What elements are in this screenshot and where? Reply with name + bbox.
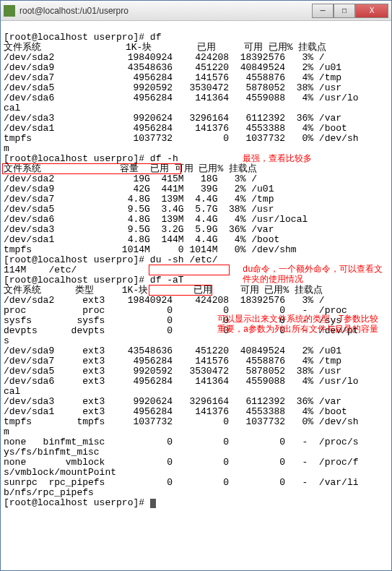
dfaT-row: sunrpc rpc_pipefs 0 0 0 - /var/li: [4, 477, 358, 488]
window-controls: ─ □ X: [312, 4, 388, 18]
df-row: /dev/sda7 4956284 141576 4558876 4% /tmp: [4, 72, 341, 83]
dfaT-row: tmpfs tmpfs 1037732 0 1037732 0% /dev/sh: [4, 416, 358, 427]
prompt: [root@localhost userpro]#: [4, 497, 150, 508]
terminal-output[interactable]: [root@localhost userpro]# df 文件系统 1K-块 已…: [1, 21, 391, 570]
dfh-header: 文件系统 容量 已用 可用 已用% 挂载点: [4, 163, 257, 174]
dfaT-row: ys/fs/binfmt_misc: [4, 447, 100, 458]
prompt: [root@localhost userpro]#: [4, 254, 150, 265]
dfh-row: /dev/sda1 4.8G 144M 4.4G 4% /boot: [4, 234, 279, 245]
annotation-df-aT: 可以显示出来文件系统的类型，T参数比较重要，a参数为列出所有文件与目录的容量: [217, 314, 383, 335]
cmd-df-h: df -h: [150, 153, 178, 164]
dfaT-row: /dev/sda5 ext3 9920592 3530472 5878052 3…: [4, 366, 341, 377]
titlebar[interactable]: root@localhost:/u01/userpro ─ □ X: [1, 1, 391, 21]
df-row: /dev/sda5 9920592 3530472 5878052 38% /u…: [4, 82, 341, 93]
dfaT-row: /dev/sda6 ext3 4956284 141364 4559088 4%…: [4, 376, 358, 387]
window-frame: root@localhost:/u01/userpro ─ □ X [root@…: [0, 0, 392, 571]
dfaT-row: cal: [4, 386, 20, 397]
dfaT-row: m: [4, 426, 9, 437]
dfaT-row: /dev/sda9 ext3 43548636 451220 40849524 …: [4, 345, 341, 356]
cursor: [150, 499, 156, 508]
cmd-du-sh: du -sh /etc/: [150, 254, 218, 265]
dfh-row: tmpfs 1014M 0 1014M 0% /dev/shm: [4, 244, 297, 255]
df-row: /dev/sda1 4956284 141376 4553388 4% /boo…: [4, 123, 347, 134]
dfaT-row: none vmblock 0 0 0 - /proc/f: [4, 457, 358, 468]
dfaT-row: b/nfs/rpc_pipefs: [4, 487, 94, 498]
dfh-row: /dev/sda7 4.8G 139M 4.4G 4% /tmp: [4, 194, 274, 205]
highlight-box-du-sh: [149, 265, 230, 275]
maximize-button[interactable]: □: [334, 4, 355, 18]
dfaT-row: /dev/sda1 ext3 4956284 141376 4553388 4%…: [4, 406, 347, 417]
dfaT-row: s: [4, 335, 9, 346]
dfaT-header: 文件系统 类型 1K-块 已用 可用 已用% 挂载点: [4, 285, 323, 296]
minimize-button[interactable]: ─: [312, 4, 334, 18]
df-row: tmpfs 1037732 0 1037732 0% /dev/sh: [4, 133, 358, 144]
dfaT-row: none binfmt_misc 0 0 0 - /proc/s: [4, 437, 358, 447]
du-output: 114M /etc/: [4, 265, 77, 275]
cmd-df-aT: df -aT: [150, 275, 184, 286]
dfh-row: /dev/sda6 4.8G 139M 4.4G 4% /usr/local: [4, 214, 308, 225]
window-title: root@localhost:/u01/userpro: [19, 6, 312, 16]
app-icon: [4, 5, 15, 17]
dfh-row: /dev/sda2 19G 415M 18G 3% /: [4, 173, 257, 184]
annotation-df-h: 最强，查看比较多: [243, 154, 380, 164]
df-row: /dev/sda6 4956284 141364 4559088 4% /usr…: [4, 93, 358, 103]
dfaT-row: /dev/sda7 ext3 4956284 141576 4558876 4%…: [4, 356, 341, 366]
dfaT-row: s/vmblock/mountPoint: [4, 467, 116, 478]
df-row: cal: [4, 103, 20, 113]
df-header: 文件系统 1K-块 已用 可用 已用% 挂载点: [4, 42, 326, 53]
close-button[interactable]: X: [355, 4, 388, 18]
df-row: /dev/sda9 43548636 451220 40849524 2% /u…: [4, 62, 341, 73]
prompt: [root@localhost userpro]#: [4, 275, 150, 286]
annotation-du: du命令，一个额外命令，可以查看文件夹的使用情况: [243, 265, 383, 285]
df-row: m: [4, 143, 9, 154]
dfaT-row: /dev/sda3 ext3 9920624 3296164 6112392 3…: [4, 396, 341, 407]
dfh-row: /dev/sda3 9.5G 3.2G 5.9G 36% /var: [4, 224, 274, 235]
cmd-df: df: [150, 32, 162, 43]
prompt: [root@localhost userpro]#: [4, 153, 150, 164]
df-row: /dev/sda2 19840924 424208 18392576 3% /: [4, 52, 325, 63]
dfaT-row: /dev/sda2 ext3 19840924 424208 18392576 …: [4, 295, 325, 306]
dfh-row: /dev/sda9 42G 441M 39G 2% /u01: [4, 184, 274, 194]
df-row: /dev/sda3 9920624 3296164 6112392 36% /v…: [4, 113, 341, 124]
prompt: [root@localhost userpro]#: [4, 32, 150, 43]
dfh-row: /dev/sda5 9.5G 3.4G 5.7G 38% /usr: [4, 204, 274, 215]
